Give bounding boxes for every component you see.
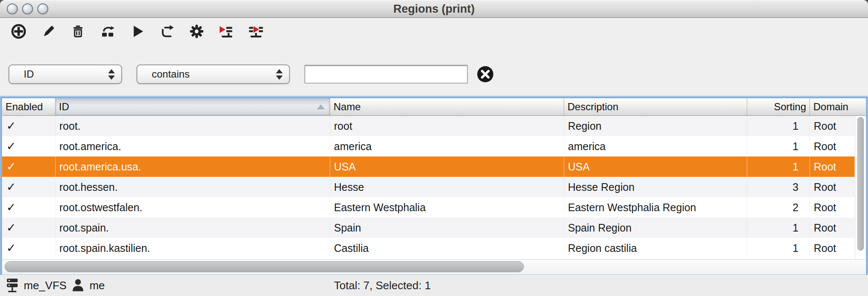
edit-button[interactable] xyxy=(40,23,57,40)
stepper-arrows-icon xyxy=(272,69,289,80)
cell-id: root.spain. xyxy=(56,218,330,238)
enabled-checkmark: ✓ xyxy=(2,116,56,136)
table-row[interactable]: ✓ root.america. america america 1 Root xyxy=(2,136,855,156)
user-icon xyxy=(72,279,84,292)
regions-table: Enabled ID Name Description Sorting Doma… xyxy=(2,98,866,275)
cell-name: Spain xyxy=(330,218,564,238)
enabled-checkmark: ✓ xyxy=(2,238,56,258)
status-bar: me_VFS me Total: 7, Selected: 1 xyxy=(0,275,868,296)
cell-id: root.america.usa. xyxy=(56,156,330,177)
filter-field-value: ID xyxy=(9,68,104,80)
pencil-icon xyxy=(40,23,56,39)
table-row-selected[interactable]: ✓ root.america.usa. USA USA 1 Root xyxy=(2,156,855,177)
cell-name: america xyxy=(330,136,564,156)
insert-into-list-icon xyxy=(218,23,234,39)
cell-id: root.spain.kastilien. xyxy=(56,238,330,258)
cell-sorting: 1 xyxy=(747,238,810,258)
merge-into-list-button[interactable] xyxy=(248,23,264,40)
cell-sorting: 1 xyxy=(747,116,810,136)
export-button[interactable] xyxy=(159,23,175,40)
filter-query-input[interactable] xyxy=(304,65,468,84)
close-button[interactable] xyxy=(7,3,18,14)
enabled-checkmark: ✓ xyxy=(2,197,56,218)
column-header-name[interactable]: Name xyxy=(330,98,564,115)
cell-sorting: 1 xyxy=(747,156,810,177)
vertical-scrollbar-thumb[interactable] xyxy=(857,117,864,251)
add-circle-icon xyxy=(11,23,27,39)
column-header-description[interactable]: Description xyxy=(564,98,747,115)
cell-id: root.ostwestfalen. xyxy=(56,197,330,218)
column-header-id[interactable]: ID xyxy=(56,98,330,115)
table-row[interactable]: ✓ root.hessen. Hesse Hesse Region 3 Root xyxy=(2,177,855,197)
cell-sorting: 1 xyxy=(747,136,810,156)
insert-into-list-button[interactable] xyxy=(218,23,235,40)
minimize-button[interactable] xyxy=(22,3,33,14)
cell-domain: Root xyxy=(810,136,855,156)
title-bar[interactable]: Regions (print) xyxy=(0,0,868,18)
table-body: ✓ root. root Region 1 Root ✓ root.americ… xyxy=(2,116,855,259)
table-row[interactable]: ✓ root.ostwestfalen. Eastern Westphalia … xyxy=(2,197,855,218)
vfs-server-icon xyxy=(6,278,19,293)
window-title: Regions (print) xyxy=(0,0,868,18)
cell-name: Hesse xyxy=(330,177,564,197)
column-header-enabled[interactable]: Enabled xyxy=(2,98,56,115)
table-row[interactable]: ✓ root.spain.kastilien. Castilia Region … xyxy=(2,238,855,258)
toolbar xyxy=(10,23,264,40)
filter-bar: ID contains xyxy=(0,64,868,85)
run-button[interactable] xyxy=(129,23,146,40)
delete-button[interactable] xyxy=(70,23,86,40)
table-row[interactable]: ✓ root. root Region 1 Root xyxy=(2,116,855,136)
cell-sorting: 2 xyxy=(747,197,810,218)
trash-icon xyxy=(70,23,86,39)
enabled-checkmark: ✓ xyxy=(2,136,56,156)
cell-domain: Root xyxy=(810,238,855,258)
cell-domain: Root xyxy=(810,218,855,238)
clear-circle-x-icon xyxy=(476,78,494,84)
column-header-domain[interactable]: Domain xyxy=(810,98,866,115)
enabled-checkmark: ✓ xyxy=(2,156,56,177)
selection-summary: Total: 7, Selected: 1 xyxy=(334,275,431,296)
cell-name: Castilia xyxy=(330,238,564,258)
cell-name: USA xyxy=(330,156,564,177)
connection-info: me_VFS me xyxy=(0,278,105,293)
cell-sorting: 1 xyxy=(747,218,810,238)
sort-ascending-icon xyxy=(317,104,325,109)
cell-id: root. xyxy=(56,116,330,136)
cell-name: Eastern Westphalia xyxy=(330,197,564,218)
cell-id: root.hessen. xyxy=(56,177,330,197)
cell-domain: Root xyxy=(810,177,855,197)
stepper-arrows-icon xyxy=(104,69,121,80)
table-header-row: Enabled ID Name Description Sorting Doma… xyxy=(2,98,866,116)
column-header-sorting[interactable]: Sorting xyxy=(747,98,810,115)
user-name-label: me xyxy=(89,279,105,292)
vertical-scrollbar[interactable] xyxy=(855,116,866,259)
cell-id: root.america. xyxy=(56,136,330,156)
vfs-name-label: me_VFS xyxy=(24,279,67,292)
cell-description: Spain Region xyxy=(564,218,747,238)
cell-description: Region xyxy=(564,116,747,136)
cell-domain: Root xyxy=(810,116,855,136)
settings-button[interactable] xyxy=(188,23,205,40)
horizontal-scrollbar[interactable] xyxy=(2,259,866,274)
filter-field-select[interactable]: ID xyxy=(8,64,122,84)
gear-icon xyxy=(189,23,205,39)
cell-description: Hesse Region xyxy=(564,177,747,197)
enabled-checkmark: ✓ xyxy=(2,218,56,238)
zoom-button[interactable] xyxy=(37,3,48,14)
sync-icon xyxy=(100,23,116,39)
export-arrow-icon xyxy=(159,23,175,39)
cell-domain: Root xyxy=(810,156,855,177)
table-row[interactable]: ✓ root.spain. Spain Spain Region 1 Root xyxy=(2,218,855,238)
horizontal-scrollbar-thumb[interactable] xyxy=(5,261,524,272)
sync-button[interactable] xyxy=(99,23,116,40)
window-controls xyxy=(7,3,48,14)
filter-operator-value: contains xyxy=(137,68,272,80)
merge-into-list-icon xyxy=(248,23,264,39)
enabled-checkmark: ✓ xyxy=(2,177,56,197)
cell-description: Region castilia xyxy=(564,238,747,258)
cell-description: USA xyxy=(564,156,747,177)
add-button[interactable] xyxy=(10,23,27,40)
clear-filter-button[interactable] xyxy=(476,65,494,83)
play-icon xyxy=(129,23,145,39)
filter-operator-select[interactable]: contains xyxy=(136,64,290,84)
